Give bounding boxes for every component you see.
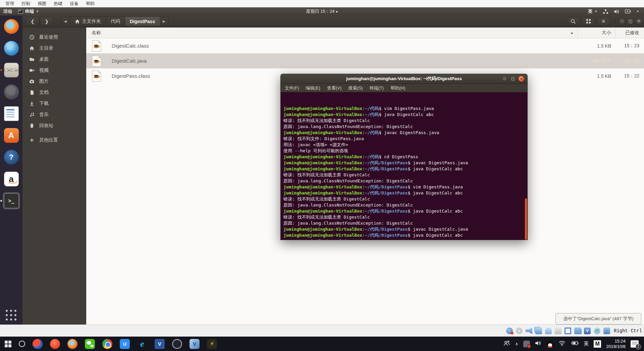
- view-toggle-button[interactable]: [582, 17, 595, 26]
- battery-icon[interactable]: [625, 9, 631, 14]
- sidebar-item-5[interactable]: 图片: [22, 76, 86, 87]
- terminal-menu-2[interactable]: 编辑(E): [306, 85, 320, 91]
- volume-icon[interactable]: [535, 340, 542, 347]
- forward-button[interactable]: ❯: [40, 17, 53, 26]
- terminal-titlebar[interactable]: juminghan@juminghan-VirtualBox: ~/代码/Dig…: [280, 74, 528, 84]
- column-header-name[interactable]: 名称 ▲: [86, 30, 578, 36]
- taskbar-app-firefox[interactable]: [67, 339, 77, 349]
- dock-item-files[interactable]: [3, 62, 20, 78]
- minimize-button[interactable]: ─: [619, 18, 625, 24]
- path-scroll-left-button[interactable]: ◀: [61, 17, 70, 26]
- tray-app-icon[interactable]: [523, 341, 530, 347]
- virtualization-icon[interactable]: V: [584, 328, 591, 334]
- close-button[interactable]: ✕: [518, 76, 524, 82]
- input-language-indicator[interactable]: 英: [584, 341, 589, 347]
- taskbar-app-u[interactable]: U: [120, 339, 130, 349]
- table-row[interactable]: DigestCalc.java487 字节15：22: [86, 53, 644, 68]
- hidden-icons-chevron[interactable]: ∧: [515, 341, 519, 346]
- dock-item-ubuntu-software[interactable]: A: [3, 127, 20, 144]
- network-icon[interactable]: [603, 9, 608, 14]
- column-header-modified[interactable]: 已修改: [615, 27, 644, 38]
- network-adapters-icon[interactable]: [535, 328, 542, 334]
- vbox-menu-5[interactable]: 设备: [66, 0, 82, 7]
- taskbar-app-media[interactable]: [172, 339, 182, 349]
- terminal-menu-6[interactable]: 帮助(H): [390, 85, 405, 91]
- sidebar-item-10[interactable]: 其他位置: [22, 134, 86, 145]
- ime-mode-indicator[interactable]: M: [594, 340, 601, 348]
- dock-item-firefox[interactable]: [3, 18, 20, 35]
- taskbar-app-six[interactable]: [50, 339, 60, 349]
- recording-icon[interactable]: [574, 328, 581, 334]
- sidebar-item-4[interactable]: 视频: [22, 65, 86, 76]
- shared-folder-icon[interactable]: [555, 328, 561, 334]
- sidebar-item-7[interactable]: 下载: [22, 98, 86, 109]
- close-button[interactable]: ✕: [636, 18, 642, 24]
- terminal-menu-4[interactable]: 搜索(S): [348, 85, 363, 91]
- minimize-button[interactable]: ─: [501, 76, 507, 82]
- dock-item-thunderbird[interactable]: [3, 40, 20, 57]
- dock-item-help[interactable]: ?: [3, 149, 20, 166]
- dock-item-rhythmbox[interactable]: [3, 83, 20, 100]
- taskbar-app-v[interactable]: V: [155, 339, 165, 349]
- menu-button[interactable]: ≡: [597, 17, 610, 26]
- taskbar-app-ie[interactable]: e: [137, 339, 147, 349]
- search-button[interactable]: [567, 17, 580, 26]
- mouse-integration-icon[interactable]: ⟳: [594, 328, 600, 334]
- terminal-scrollbar[interactable]: [525, 92, 527, 240]
- hdd-icon[interactable]: [506, 328, 513, 334]
- table-row[interactable]: DigestCalc.class1.5 KB15：23: [86, 38, 644, 53]
- path-segment-3[interactable]: DigestPass: [125, 17, 160, 26]
- dock-item-libreoffice-writer[interactable]: [3, 105, 20, 122]
- clock-label[interactable]: 星期日 15：24: [306, 9, 335, 14]
- action-center-button[interactable]: 2: [631, 340, 639, 348]
- taskbar-app-vbox[interactable]: V: [190, 339, 200, 349]
- chevron-down-icon[interactable]: ▼: [636, 10, 639, 13]
- terminal-menu-3[interactable]: 查看(V): [327, 85, 341, 91]
- app-menu-button[interactable]: 终端 ▼: [18, 8, 39, 14]
- sidebar-item-9[interactable]: 回收站: [22, 120, 86, 131]
- back-button[interactable]: ❮: [26, 17, 39, 26]
- usb-icon[interactable]: [545, 328, 552, 334]
- sidebar-item-8[interactable]: 音乐: [22, 109, 86, 120]
- show-applications-button[interactable]: [6, 310, 17, 321]
- taskbar-clock[interactable]: 15:24 2019/10/6: [606, 339, 626, 349]
- terminal-output[interactable]: juminghan@juminghan-VirtualBox:~/代码$ vim…: [280, 92, 528, 240]
- vbox-menu-4[interactable]: 热键: [50, 0, 66, 7]
- path-segment-2[interactable]: 代码: [106, 17, 125, 26]
- start-button[interactable]: [5, 341, 11, 347]
- vbox-menu-3[interactable]: 视图: [34, 0, 50, 7]
- keyboard-layout-indicator[interactable]: 英: [588, 8, 592, 14]
- vbox-menu-1[interactable]: 管理: [2, 0, 17, 7]
- dock-item-amazon[interactable]: a: [3, 171, 20, 187]
- path-scroll-right-button[interactable]: ▶: [160, 17, 168, 26]
- dock-item-terminal[interactable]: >_: [3, 192, 20, 209]
- cd-icon[interactable]: [516, 328, 523, 334]
- qq-icon[interactable]: [547, 340, 553, 348]
- sidebar-item-6[interactable]: 文档: [22, 87, 86, 98]
- wifi-icon[interactable]: [558, 341, 566, 347]
- path-segment-1[interactable]: 主文件夹: [70, 17, 106, 26]
- audio-icon[interactable]: [526, 328, 532, 334]
- scrollbar-thumb[interactable]: [525, 198, 527, 240]
- sidebar-item-2[interactable]: 主目录: [22, 43, 86, 54]
- maximize-button[interactable]: ▢: [627, 18, 634, 24]
- vbox-menu-2[interactable]: 控制: [18, 0, 34, 7]
- activities-button[interactable]: 活动: [3, 8, 12, 14]
- vbox-menu-6[interactable]: 帮助: [83, 0, 98, 7]
- taskbar-app-wechat[interactable]: [85, 339, 95, 349]
- display-icon[interactable]: [565, 328, 571, 334]
- sidebar-item-3[interactable]: 桌面: [22, 54, 86, 65]
- host-menu-icon[interactable]: ↓: [603, 328, 610, 334]
- battery-icon[interactable]: [571, 341, 579, 347]
- sidebar-item-1[interactable]: 最近使用: [22, 32, 86, 43]
- taskbar-app-bolt[interactable]: ⚡: [207, 339, 217, 349]
- volume-icon[interactable]: [614, 9, 620, 14]
- taskbar-app-chrome[interactable]: [102, 339, 112, 349]
- people-icon[interactable]: [503, 340, 510, 348]
- maximize-button[interactable]: ▢: [510, 76, 516, 82]
- column-header-size[interactable]: 大小: [578, 27, 615, 38]
- terminal-menu-5[interactable]: 终端(T): [370, 85, 384, 91]
- cortana-button[interactable]: [19, 341, 25, 347]
- terminal-menu-1[interactable]: 文件(F): [285, 85, 299, 91]
- taskbar-app-game[interactable]: [33, 339, 43, 349]
